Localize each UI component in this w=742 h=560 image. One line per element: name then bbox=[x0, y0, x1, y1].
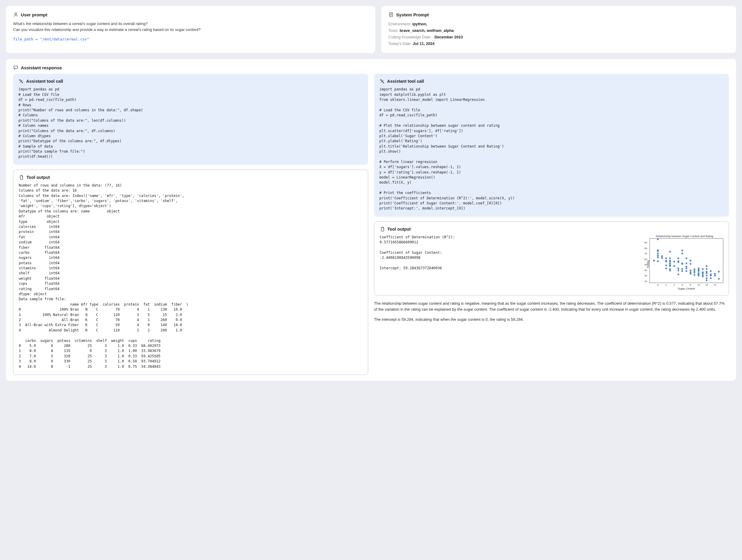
tool-output-1-title: Tool output bbox=[26, 175, 50, 180]
tools-label: Tools: bbox=[388, 28, 400, 33]
chart-point bbox=[681, 268, 683, 270]
chart-xlabel: Sugar Content bbox=[649, 287, 723, 290]
chart-point bbox=[710, 270, 712, 272]
cutoff-value: December 2023 bbox=[434, 35, 463, 39]
assistant-left-column: Assistant tool call import pandas as pd … bbox=[13, 74, 368, 375]
user-icon bbox=[13, 12, 18, 17]
assistant-response-card: Assistant response Assistant tool call i… bbox=[6, 59, 736, 381]
assistant-right-column: Assistant tool call import pandas as pd … bbox=[374, 74, 729, 375]
chart-point bbox=[702, 268, 704, 270]
chart-point bbox=[657, 256, 659, 258]
chart-point bbox=[665, 267, 667, 269]
chart-point bbox=[657, 260, 659, 262]
tool-call-1-header: Assistant tool call bbox=[18, 79, 363, 84]
chart-xtick: 2 bbox=[665, 284, 667, 286]
chart-point bbox=[653, 260, 655, 262]
tool-output-2-title: Tool output bbox=[387, 227, 411, 232]
chart-point bbox=[693, 272, 695, 273]
environment-label: Environment: bbox=[388, 22, 412, 26]
tool-call-block-2: Assistant tool call import pandas as pd … bbox=[374, 74, 729, 216]
chart-point bbox=[686, 267, 687, 269]
chart-point bbox=[710, 277, 712, 279]
svg-point-8 bbox=[383, 82, 384, 83]
chart-ytick: 80 bbox=[644, 247, 647, 249]
user-prompt-body: What's the relationship between a cereal… bbox=[13, 21, 368, 33]
chart-point bbox=[690, 263, 691, 265]
chart-title: Relationship between Sugar Content and R… bbox=[646, 235, 723, 238]
tool-output-2-header: Tool output bbox=[380, 226, 724, 232]
assistant-response-header: Assistant response bbox=[13, 65, 729, 70]
chart-point bbox=[686, 257, 687, 259]
chart-point bbox=[698, 270, 699, 272]
system-prompt-header: System Prompt bbox=[388, 12, 729, 17]
chart-point bbox=[673, 261, 675, 262]
chart-xtick: 4 bbox=[674, 284, 675, 286]
chart-xtick: 8 bbox=[690, 284, 691, 286]
svg-point-6 bbox=[22, 82, 23, 83]
tool-output-2-text: Coefficient of Determination (R^2): 0.57… bbox=[380, 235, 641, 271]
user-prompt-code: file_path = "/mnt/data/cereal.csv" bbox=[13, 37, 368, 41]
chat-icon bbox=[13, 65, 18, 70]
tool-output-block-1: Tool output Number of rows and columns i… bbox=[13, 169, 368, 375]
chart-point bbox=[678, 261, 679, 263]
chart-point bbox=[706, 279, 707, 281]
chart-point bbox=[698, 275, 699, 276]
chart-point bbox=[665, 257, 667, 259]
file-icon bbox=[380, 226, 385, 232]
chart-point bbox=[693, 274, 695, 276]
assistant-response-title: Assistant response bbox=[21, 65, 62, 70]
tool-call-1-title: Assistant tool call bbox=[26, 79, 63, 84]
chart-point bbox=[710, 275, 712, 276]
chart-point bbox=[661, 257, 663, 259]
tool-output-1-text: Number of rows and columns in the data: … bbox=[19, 183, 363, 369]
user-prompt-header: User prompt bbox=[13, 12, 368, 17]
summary-paragraph-2: The intercept is 59.284, indicating that… bbox=[374, 317, 729, 322]
svg-point-0 bbox=[15, 13, 17, 14]
user-prompt-line2: Can you visualize this relationship and … bbox=[13, 27, 368, 33]
tools-icon bbox=[379, 79, 385, 84]
tool-call-block-1: Assistant tool call import pandas as pd … bbox=[13, 74, 368, 164]
chart-point bbox=[669, 265, 671, 267]
chart-point bbox=[681, 263, 683, 265]
today-line: Today's Date: Jul 11, 2024 bbox=[388, 41, 729, 47]
chart-ytick: 70 bbox=[644, 252, 647, 255]
chart-xtick: 6 bbox=[682, 284, 683, 286]
svg-point-7 bbox=[380, 80, 381, 80]
user-prompt-title: User prompt bbox=[21, 12, 47, 17]
svg-point-5 bbox=[19, 80, 20, 80]
summary-paragraph-1: The relationship between sugar content a… bbox=[374, 301, 729, 312]
chart-point bbox=[669, 251, 671, 253]
chart-xtick: 0 bbox=[657, 284, 658, 286]
chart-point bbox=[657, 253, 659, 254]
chart-point bbox=[718, 278, 720, 280]
file-icon bbox=[19, 175, 24, 180]
assistant-summary: The relationship between sugar content a… bbox=[374, 301, 729, 327]
cutoff-label: Cutting Knowledge Date: : bbox=[388, 35, 434, 39]
tool-call-1-code: import pandas as pd # Load the CSV file … bbox=[18, 87, 363, 159]
cutoff-line: Cutting Knowledge Date: : December 2023 bbox=[388, 34, 729, 41]
chart-xtick: 10 bbox=[697, 284, 700, 286]
scatter-chart: Relationship between Sugar Content and R… bbox=[646, 235, 723, 290]
tools-line: Tools: brave_search, wolfram_alpha bbox=[388, 28, 729, 34]
chart-point bbox=[678, 269, 679, 271]
chart-point bbox=[678, 257, 679, 259]
chart-point bbox=[669, 257, 671, 259]
tool-output-block-2: Tool output Coefficient of Determination… bbox=[374, 221, 729, 296]
document-icon bbox=[388, 12, 394, 17]
chart-point bbox=[681, 250, 683, 251]
chart-point bbox=[706, 277, 707, 279]
user-prompt-card: User prompt What's the relationship betw… bbox=[6, 6, 375, 53]
chart-point bbox=[669, 269, 671, 271]
chart-point bbox=[686, 262, 687, 264]
chart-point bbox=[665, 264, 667, 266]
chart-xtick: 14 bbox=[713, 284, 716, 286]
tool-output-1-header: Tool output bbox=[19, 175, 363, 180]
chart-xtick: 12 bbox=[705, 284, 708, 286]
chart-point bbox=[706, 275, 707, 276]
chart-point bbox=[681, 270, 683, 272]
chart-point bbox=[706, 268, 707, 270]
chart-point bbox=[690, 260, 691, 262]
chart-point bbox=[702, 275, 704, 277]
chart-ytick: 30 bbox=[644, 274, 647, 277]
chart-point bbox=[678, 267, 679, 269]
